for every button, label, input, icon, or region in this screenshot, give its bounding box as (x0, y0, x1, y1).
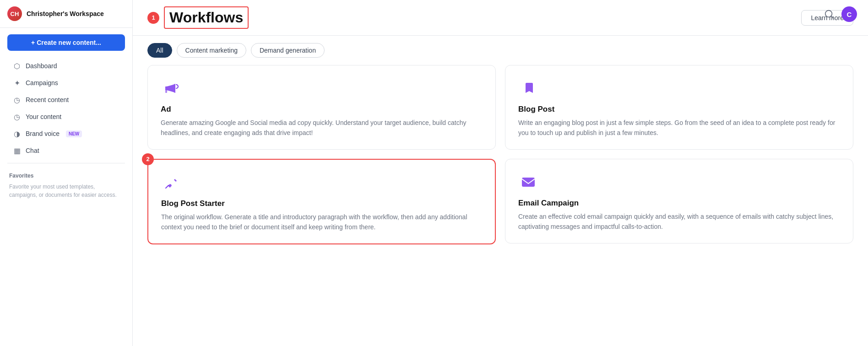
blog-post-card-desc: Write an engaging blog post in just a fe… (518, 118, 840, 138)
blog-post-starter-card-title: Blog Post Starter (161, 199, 482, 208)
sidebar-item-label: Dashboard (26, 62, 57, 70)
blog-post-starter-card-desc: The original workflow. Generate a title … (161, 212, 482, 232)
ad-card-title: Ad (161, 105, 483, 114)
workflow-card-ad[interactable]: Ad Generate amazing Google and Social me… (147, 65, 496, 150)
sidebar-item-campaigns[interactable]: ✦ Campaigns (4, 75, 129, 91)
ad-icon (161, 78, 181, 98)
page-title: Workflows (169, 9, 243, 26)
workflow-card-blog-post[interactable]: Blog Post Write an engaging blog post in… (505, 65, 853, 150)
email-campaign-card-title: Email Campaign (518, 199, 840, 208)
favorites-hint: Favorite your most used templates, campa… (9, 183, 123, 199)
sidebar-item-recent-content[interactable]: ◷ Recent content (4, 92, 129, 108)
email-campaign-card-desc: Create an effective cold email campaign … (518, 211, 840, 232)
filter-tab-demand-generation[interactable]: Demand generation (251, 43, 325, 58)
card-wrapper-ad: Ad Generate amazing Google and Social me… (147, 65, 496, 150)
step-badge-2: 2 (142, 153, 154, 165)
sidebar-divider (7, 163, 125, 163)
search-icon (824, 9, 834, 19)
email-campaign-icon (518, 172, 538, 192)
svg-line-1 (831, 16, 833, 18)
step-badge-1: 1 (147, 12, 159, 24)
card-wrapper-email-campaign: Email Campaign Create an effective cold … (505, 159, 853, 244)
sidebar-nav: ⬡ Dashboard ✦ Campaigns ◷ Recent content… (0, 57, 132, 159)
blog-post-card-title: Blog Post (518, 105, 840, 114)
brand-voice-icon: ◑ (13, 130, 21, 138)
filter-bar: All Content marketing Demand generation (133, 36, 868, 65)
card-wrapper-blog-post: Blog Post Write an engaging blog post in… (505, 65, 853, 150)
sidebar: CH Christopher's Workspace + Create new … (0, 0, 133, 346)
workspace-name: Christopher's Workspace (27, 10, 104, 17)
blog-post-icon (518, 78, 538, 98)
filter-tab-content-marketing[interactable]: Content marketing (177, 43, 246, 58)
dashboard-icon: ⬡ (13, 62, 21, 70)
cards-grid: Ad Generate amazing Google and Social me… (133, 65, 868, 259)
workspace-avatar: CH (7, 6, 22, 21)
recent-content-icon: ◷ (13, 96, 21, 104)
sidebar-item-label: Recent content (26, 96, 69, 103)
sidebar-item-your-content[interactable]: ◷ Your content (4, 108, 129, 125)
your-content-icon: ◷ (13, 113, 21, 121)
sidebar-header: CH Christopher's Workspace (0, 0, 132, 28)
new-badge: NEW (66, 130, 82, 137)
page-title-box: Workflows (164, 6, 249, 29)
chat-icon: ▦ (13, 146, 21, 155)
sidebar-item-label: Your content (26, 113, 61, 120)
svg-line-3 (166, 185, 168, 188)
campaigns-icon: ✦ (13, 79, 21, 87)
workflow-card-blog-post-starter[interactable]: Blog Post Starter The original workflow.… (147, 159, 496, 244)
sidebar-item-dashboard[interactable]: ⬡ Dashboard (4, 58, 129, 74)
search-button[interactable] (824, 9, 834, 19)
global-topbar: C (813, 0, 868, 28)
svg-rect-2 (165, 90, 167, 93)
card-wrapper-blog-post-starter: 2 Blog Post Starter The original workflo… (147, 159, 496, 244)
page-header: 1 Workflows Learn more (133, 0, 868, 36)
ad-card-desc: Generate amazing Google and Social media… (161, 118, 483, 138)
page-title-wrapper: 1 Workflows (147, 6, 249, 29)
blog-post-starter-icon (161, 173, 181, 193)
sidebar-item-label: Campaigns (26, 79, 58, 86)
favorites-section: Favorites Favorite your most used templa… (0, 167, 132, 205)
main-content: C 1 Workflows Learn more All Content mar… (133, 0, 868, 346)
sidebar-item-label: Chat (26, 147, 39, 154)
workflow-card-email-campaign[interactable]: Email Campaign Create an effective cold … (505, 159, 853, 243)
sidebar-item-label: Brand voice (26, 130, 60, 137)
sidebar-item-brand-voice[interactable]: ◑ Brand voice NEW (4, 125, 129, 142)
sidebar-item-chat[interactable]: ▦ Chat (4, 142, 129, 159)
user-avatar[interactable]: C (841, 6, 857, 22)
favorites-title: Favorites (9, 173, 123, 179)
filter-tab-all[interactable]: All (147, 43, 172, 58)
create-new-content-button[interactable]: + Create new content... (7, 34, 125, 51)
svg-rect-4 (522, 178, 535, 187)
